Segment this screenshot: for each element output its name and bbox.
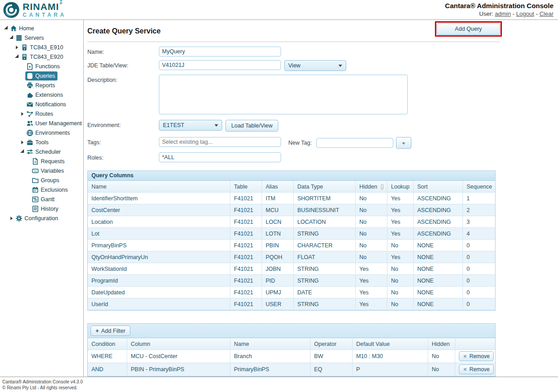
sidebar-item-variables[interactable]: (x) Variables [0, 166, 83, 175]
new-tag-label: New Tag: [288, 140, 312, 146]
footer-copyright: © Rinami Pty Ltd - All rights reserved. [2, 385, 556, 391]
add-query-button[interactable]: Add Query [437, 23, 500, 35]
tags-label: Tags: [87, 137, 159, 146]
expand-arrow-icon[interactable] [19, 112, 25, 116]
filter-header-default-value: Default Value [353, 338, 428, 350]
roles-label: Roles: [87, 152, 159, 161]
sidebar-item-tc843-e910[interactable]: TC843_E910 [0, 43, 83, 52]
hidden-all-checkbox[interactable] [381, 184, 383, 189]
expand-arrow-icon[interactable] [8, 217, 14, 220]
chevron-down-icon [215, 124, 218, 127]
filter-header-name: Name [230, 338, 310, 350]
database-icon [26, 72, 33, 80]
briefcase-icon [26, 139, 33, 146]
tags-input[interactable] [159, 137, 281, 147]
gantt-icon [32, 196, 39, 203]
environment-label: Environment: [87, 120, 159, 128]
environment-select[interactable]: E1TEST [159, 120, 222, 131]
routes-icon [26, 110, 33, 118]
svg-text:(x): (x) [33, 169, 37, 172]
gear-icon [15, 215, 23, 222]
user-link[interactable]: admin [495, 10, 511, 17]
brand-text: RINAMI [23, 2, 59, 11]
variable-icon: (x) [32, 167, 39, 175]
user-prefix: User: [479, 10, 493, 17]
sidebar-item-scheduler[interactable]: Scheduler [0, 147, 83, 156]
servers-icon [15, 34, 23, 42]
sliders-icon [26, 148, 33, 156]
sidebar-item-functions[interactable]: Functions [0, 61, 83, 71]
expand-arrow-icon[interactable] [19, 141, 25, 144]
column-header-sort: Sort [414, 181, 463, 193]
server-icon [21, 44, 28, 51]
rinami-logo: RINAMI ® CANTARA [3, 1, 67, 19]
sidebar-item-requests[interactable]: Requests [0, 156, 83, 166]
expand-arrow-icon[interactable] [19, 151, 25, 153]
users-icon [26, 120, 33, 127]
logout-link[interactable]: Logout [516, 10, 534, 17]
globe-icon [26, 129, 33, 137]
calendar-icon [32, 186, 39, 194]
plus-icon: + [95, 327, 99, 334]
sidebar-item-tools[interactable]: Tools [0, 137, 83, 147]
home-icon [10, 25, 17, 32]
column-header-sequence: Sequence [463, 181, 495, 193]
column-header-lookup: Lookup [387, 181, 414, 193]
sidebar-item-reports[interactable]: Reports [0, 80, 83, 90]
footer: Cantara® Administration Console v4.3.0 ©… [0, 377, 558, 392]
filters-panel: + Add Filter Condition Column Name Opera… [87, 323, 496, 377]
filter-header-column: Column [127, 338, 230, 350]
name-label: Name: [87, 47, 159, 55]
column-header-alias: Alias [262, 181, 294, 193]
sidebar-item-routes[interactable]: Routes [0, 109, 83, 118]
sidebar-item-groups[interactable]: Groups [0, 175, 83, 185]
roles-input[interactable] [159, 152, 281, 162]
expand-arrow-icon[interactable] [3, 27, 9, 29]
rinami-logo-icon [3, 1, 20, 19]
sidebar-item-servers[interactable]: Servers [0, 33, 83, 43]
description-textarea[interactable] [159, 75, 408, 114]
filter-header-condition: Condition [88, 338, 127, 350]
sidebar-item-queries[interactable]: Queries [0, 71, 83, 80]
annotation-red-box: Add Query [435, 21, 502, 37]
column-header-hidden: Hidden [356, 181, 387, 193]
filter-header-operator: Operator [310, 338, 353, 350]
filter-header-actions [455, 338, 495, 350]
sidebar-item-home[interactable]: Home [0, 24, 83, 33]
sidebar-tree: Home Servers TC843_E910 TC843_E920 Funct… [0, 20, 84, 377]
puzzle-icon [26, 91, 33, 99]
name-input[interactable] [159, 47, 281, 57]
sidebar-item-tc843-e920[interactable]: TC843_E920 [0, 52, 83, 61]
main-content: Create Query Service Add Query Name: JDE… [84, 20, 558, 377]
clear-link[interactable]: Clear [539, 10, 553, 17]
load-table-view-button[interactable]: Load Table/View [225, 120, 278, 132]
expand-arrow-icon[interactable] [14, 46, 20, 49]
sidebar-item-user-management[interactable]: User Management [0, 118, 83, 128]
jde-table-view-input[interactable] [159, 60, 281, 70]
server-icon [21, 53, 28, 61]
sidebar-item-history[interactable]: History [0, 204, 83, 213]
table-type-select[interactable]: View [284, 60, 346, 71]
sidebar-item-notifications[interactable]: Notifications [0, 99, 83, 109]
registered-mark: ® [60, 2, 62, 5]
sidebar-item-gantt[interactable]: Gantt [0, 194, 83, 204]
add-tag-button[interactable]: + [396, 137, 411, 149]
sidebar-item-exclusions[interactable]: Exclusions [0, 185, 83, 194]
request-file-icon [32, 158, 39, 165]
add-filter-button[interactable]: + Add Filter [91, 326, 130, 336]
sidebar-item-extensions[interactable]: Extensions [0, 90, 83, 99]
expand-arrow-icon[interactable] [14, 56, 20, 58]
folder-icon [32, 177, 39, 184]
brand-triangle-icon [59, 0, 63, 2]
sidebar-item-configuration[interactable]: Configuration [0, 213, 83, 223]
user-line: User: admin - Logout - Clear [445, 10, 553, 18]
function-icon [26, 63, 33, 70]
remove-filter-button[interactable]: ✕ Remove [459, 364, 494, 374]
new-tag-input[interactable] [316, 138, 393, 148]
remove-filter-button[interactable]: ✕ Remove [459, 351, 494, 361]
sidebar-item-environments[interactable]: Environments [0, 128, 83, 137]
expand-arrow-icon[interactable] [8, 37, 14, 39]
column-header-data-type: Data Type [294, 181, 356, 193]
chevron-down-icon [339, 65, 342, 67]
history-icon [32, 205, 39, 213]
